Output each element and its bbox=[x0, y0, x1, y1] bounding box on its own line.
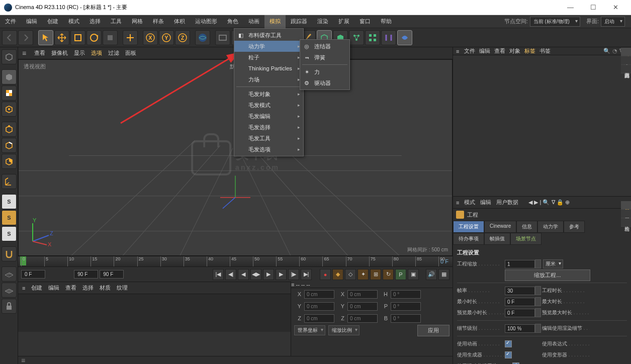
nav-back-icon[interactable]: ◀ bbox=[528, 199, 532, 205]
menu-选择[interactable]: 选择 bbox=[84, 15, 106, 28]
hamburger-icon[interactable]: ≡ bbox=[22, 49, 26, 57]
mat-menu-材质[interactable]: 材质 bbox=[100, 285, 111, 291]
mograph[interactable] bbox=[349, 30, 364, 45]
field[interactable] bbox=[397, 30, 412, 45]
menu-item-力场[interactable]: 力场 bbox=[234, 74, 303, 85]
keyframe-sel[interactable]: ◇ bbox=[345, 269, 356, 280]
rtab-构造[interactable]: 构造 bbox=[621, 218, 631, 227]
tab-帧插值[interactable]: 帧插值 bbox=[484, 233, 510, 245]
menu-跟踪器[interactable]: 跟踪器 bbox=[286, 15, 312, 28]
select-tool[interactable] bbox=[38, 30, 53, 45]
mat-menu-编辑[interactable]: 编辑 bbox=[48, 285, 59, 291]
fps-field[interactable] bbox=[505, 287, 535, 295]
pos-key[interactable]: ✦ bbox=[357, 269, 369, 280]
menu-item-毛发模式[interactable]: 毛发模式 bbox=[234, 100, 303, 111]
spinner[interactable] bbox=[535, 286, 541, 295]
tab-Cineware[interactable]: Cineware bbox=[484, 221, 516, 233]
lock-icon[interactable]: 🔒 bbox=[557, 199, 564, 205]
menu-item-毛发工具[interactable]: 毛发工具 bbox=[234, 133, 303, 144]
obj-menu-查看[interactable]: 查看 bbox=[494, 48, 505, 54]
soft-sel[interactable]: S bbox=[2, 210, 17, 225]
menu-渲染[interactable]: 渲染 bbox=[312, 15, 333, 28]
menu-体积[interactable]: 体积 bbox=[169, 15, 190, 28]
menu-item-毛发编辑[interactable]: 毛发编辑 bbox=[234, 111, 303, 122]
menu-样条[interactable]: 样条 bbox=[148, 15, 169, 28]
make-editable[interactable] bbox=[2, 49, 17, 64]
last-tool[interactable] bbox=[103, 30, 118, 45]
search-icon[interactable]: 🔍 bbox=[603, 48, 610, 54]
scale-project-button[interactable]: 缩放工程... bbox=[505, 269, 590, 281]
record-key[interactable]: ● bbox=[320, 269, 331, 280]
prev-min-field[interactable] bbox=[505, 309, 535, 317]
hamburger-icon[interactable]: ≡ bbox=[291, 282, 294, 288]
workplane-1[interactable] bbox=[2, 266, 17, 282]
minimize-button[interactable]: — bbox=[559, 1, 582, 15]
pos-z[interactable] bbox=[304, 314, 334, 323]
z-axis-button[interactable]: Z bbox=[175, 30, 190, 45]
spinner[interactable] bbox=[535, 259, 541, 268]
rotate-tool[interactable] bbox=[86, 30, 102, 45]
size-x[interactable] bbox=[347, 290, 378, 299]
attr-menu-用户数据[interactable]: 用户数据 bbox=[496, 199, 518, 205]
menu-创建[interactable]: 创建 bbox=[42, 15, 63, 28]
size-z[interactable] bbox=[347, 314, 378, 323]
scale-tool[interactable] bbox=[70, 30, 85, 45]
hamburger-icon[interactable]: ≡ bbox=[21, 356, 25, 365]
vp-menu-查看[interactable]: 查看 bbox=[34, 50, 45, 56]
use-anim-check[interactable] bbox=[505, 340, 512, 347]
x-axis-button[interactable]: X bbox=[143, 30, 158, 45]
menu-item-布料缓存工具[interactable]: ◧布料缓存工具 bbox=[234, 30, 303, 41]
menu-编辑[interactable]: 编辑 bbox=[21, 15, 42, 28]
vp-menu-摄像机[interactable]: 摄像机 bbox=[51, 50, 68, 56]
next-key[interactable]: |▶ bbox=[288, 269, 299, 280]
attr-menu-模式[interactable]: 模式 bbox=[464, 199, 475, 205]
close-button[interactable]: ✕ bbox=[604, 1, 627, 15]
axis-lock[interactable] bbox=[123, 30, 138, 45]
model-mode[interactable] bbox=[2, 69, 17, 84]
nav-fwd-icon[interactable]: ▶ bbox=[534, 199, 538, 205]
menu-模式[interactable]: 模式 bbox=[63, 15, 84, 28]
prev-frame[interactable]: ◀ bbox=[238, 269, 249, 280]
cloner[interactable] bbox=[365, 30, 380, 45]
pos-y[interactable] bbox=[304, 302, 334, 311]
magnet-tool[interactable] bbox=[2, 246, 17, 261]
poly-mode[interactable] bbox=[2, 154, 17, 169]
spinner[interactable] bbox=[535, 308, 541, 317]
goto-end[interactable]: ▶| bbox=[301, 269, 312, 280]
menu-item-毛发选项[interactable]: 毛发选项 bbox=[234, 144, 303, 155]
goto-start[interactable]: |◀ bbox=[213, 269, 224, 280]
tab-待办事项[interactable]: 待办事项 bbox=[453, 233, 484, 245]
menu-item-动力学[interactable]: 动力学 bbox=[234, 41, 303, 52]
menu-item-粒子[interactable]: 粒子 bbox=[234, 52, 303, 63]
menu-帮助[interactable]: 帮助 bbox=[376, 15, 397, 28]
point-mode[interactable] bbox=[2, 122, 17, 137]
lod-field[interactable] bbox=[505, 324, 535, 333]
next-frame[interactable]: ▶ bbox=[276, 269, 287, 280]
play-backward[interactable]: ◀▶ bbox=[250, 269, 261, 280]
menu-运动图形[interactable]: 运动图形 bbox=[190, 15, 222, 28]
filter-icon[interactable]: ∇ bbox=[552, 199, 555, 205]
menu-item-毛发对象[interactable]: 毛发对象 bbox=[234, 88, 303, 100]
menu-工具[interactable]: 工具 bbox=[106, 15, 127, 28]
rot-p[interactable] bbox=[391, 302, 421, 311]
axis-mode[interactable] bbox=[2, 174, 17, 189]
rot-b[interactable] bbox=[391, 314, 421, 323]
obj-menu-标签[interactable]: 标签 bbox=[524, 48, 535, 54]
scale-key[interactable]: ⊞ bbox=[370, 269, 381, 280]
mat-menu-创建[interactable]: 创建 bbox=[31, 285, 42, 291]
menu-item-毛发选择[interactable]: 毛发选择 bbox=[234, 122, 303, 133]
menu-角色[interactable]: 角色 bbox=[222, 15, 243, 28]
obj-menu-书签[interactable]: 书签 bbox=[539, 48, 551, 54]
obj-menu-对象[interactable]: 对象 bbox=[509, 48, 520, 54]
param-key[interactable]: P bbox=[395, 269, 406, 280]
menu-item-驱动器[interactable]: ⚙驱动器 bbox=[300, 77, 349, 88]
pos-x[interactable] bbox=[304, 290, 334, 299]
sound-button[interactable]: 🔊 bbox=[426, 269, 437, 280]
hamburger-icon[interactable]: ≡ bbox=[456, 48, 459, 54]
vp-menu-面板[interactable]: 面板 bbox=[125, 50, 136, 56]
pla-key[interactable]: ▣ bbox=[408, 269, 419, 280]
rtab-层[interactable]: 层 bbox=[621, 210, 631, 218]
menu-动画[interactable]: 动画 bbox=[243, 15, 264, 28]
workplane-mode[interactable] bbox=[2, 102, 17, 117]
spinner[interactable] bbox=[535, 324, 541, 333]
